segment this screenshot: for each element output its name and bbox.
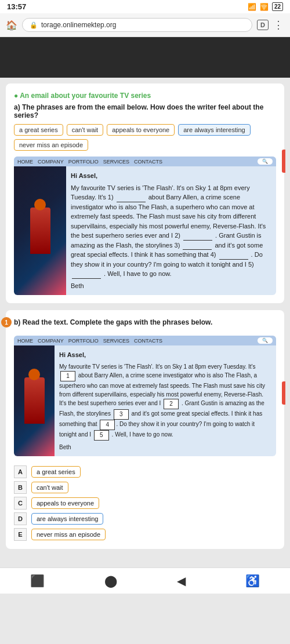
greeting-2: Hi Assel, [59,350,271,360]
sign-1: Beth [71,281,271,291]
answer-choices: A a great series B can't wait C appeals … [14,465,276,541]
url-text: torage.onlinemektep.org [41,21,116,29]
letter-a: A [14,465,27,478]
battery-indicator: 22 [272,2,283,11]
email-nav-bar: HOME COMPANY PORTFOLIO SERVICES CONTACTS… [14,157,276,166]
phrase-tag-5[interactable]: never miss an episode [14,139,88,151]
nav2-home: HOME [17,338,33,344]
choice-d: D are always interesting [14,512,276,525]
email-image-1 [14,166,66,295]
section2-left: HOME COMPANY PORTFOLIO SERVICES CONTACTS… [14,331,276,461]
home-icon[interactable]: 🏠 [6,20,17,31]
phrase-e[interactable]: never miss an episode [31,529,106,540]
choice-c: C appeals to everyone [14,497,276,510]
email-text-1: Hi Assel, My favourite TV series is 'The… [66,166,276,295]
nav2-contacts: CONTACTS [134,338,162,344]
nav-stop[interactable]: ⬛ [30,574,45,588]
bottom-nav: ⬛ ⬤ ◀ ♿ [0,567,290,594]
browser-bar: 🏠 🔒 torage.onlinemektep.org D ⋮ [0,13,290,37]
lock-icon: 🔒 [30,21,38,29]
phrase-tag-3[interactable]: appeals to everyone [107,124,175,136]
choice-a: A a great series [14,465,276,478]
email-body-1: Hi Assel, My favourite TV series is 'The… [14,166,276,295]
email-search[interactable]: 🔍 [258,158,273,165]
nav-home: HOME [17,159,33,165]
letter-b: B [14,481,27,494]
flash-figure [30,208,50,254]
blank-box-1[interactable]: 1 [60,371,75,381]
nav-company: COMPANY [38,159,64,165]
email-nav-2: HOME COMPANY PORTFOLIO SERVICES CONTACTS [17,338,162,344]
status-time: 13:57 [7,2,26,11]
main-content: ● An email about your favourite TV serie… [0,78,290,562]
phrase-b[interactable]: can't wait [31,482,68,493]
blank-box-2[interactable]: 2 [164,399,179,409]
section-label: ● An email about your favourite TV serie… [14,92,276,100]
phrase-tag-4[interactable]: are always interesting [178,124,250,136]
signal-icon: 📶 [248,3,256,11]
phrase-c[interactable]: appeals to everyone [31,497,99,509]
nav2-services: SERVICES [103,338,129,344]
question-b: b) Read the text. Complete the gaps with… [14,318,276,326]
phrase-d[interactable]: are always interesting [31,513,103,525]
nav2-portfolio: PORTFOLIO [68,338,99,344]
nav-services: SERVICES [103,159,129,165]
email-box-2: HOME COMPANY PORTFOLIO SERVICES CONTACTS… [14,336,276,456]
blank-box-5[interactable]: 5 [94,430,109,441]
nav-circle[interactable]: ⬤ [104,574,117,588]
blank-box-4[interactable]: 4 [100,420,115,430]
phrase-tags: a great series can't wait appeals to eve… [14,124,276,151]
phrase-tag-2[interactable]: can't wait [67,124,104,136]
blank-box-3[interactable]: 3 [114,409,129,420]
section2-layout: HOME COMPANY PORTFOLIO SERVICES CONTACTS… [14,331,276,461]
nav2-company: COMPANY [38,338,64,344]
nav-accessibility[interactable]: ♿ [245,574,260,588]
letter-c: C [14,497,27,510]
email-nav: HOME COMPANY PORTFOLIO SERVICES CONTACTS [17,159,162,165]
status-icons: 📶 🛜 22 [248,2,283,11]
letter-e: E [14,528,27,541]
tab-icon[interactable]: D [257,20,269,30]
email-content-1: My favourite TV series is 'The Flash'. I… [71,184,266,278]
greeting-1: Hi Assel, [71,171,271,181]
menu-icon[interactable]: ⋮ [273,19,284,31]
dark-section [0,37,290,78]
nav-portfolio: PORTFOLIO [68,159,99,165]
status-bar: 13:57 📶 🛜 22 [0,0,290,13]
letter-d: D [14,512,27,525]
wifi-icon: 🛜 [260,3,269,11]
email-text-2: Hi Assel, My favourite TV series is 'The… [55,345,276,456]
phrase-tag-1[interactable]: a great series [14,124,63,136]
section-number: 1 [1,317,12,328]
email-image-2 [14,345,55,456]
section1-card: ● An email about your favourite TV serie… [6,83,284,303]
email-search-2[interactable]: 🔍 [258,337,273,344]
choice-e: E never miss an episode [14,528,276,541]
email-body-2: Hi Assel, My favourite TV series is 'The… [14,345,276,456]
sign-2: Beth [59,443,271,452]
question-a: a) The phrases are from the email below.… [14,103,276,119]
email-box-1: HOME COMPANY PORTFOLIO SERVICES CONTACTS… [14,157,276,295]
email-content-2: My favourite TV series is 'The Flash'. I… [59,363,265,438]
flash-figure-2 [24,377,45,424]
section2-card: 1 b) Read the text. Complete the gaps wi… [6,310,284,549]
phrase-a[interactable]: a great series [31,466,81,478]
email-nav-bar-2: HOME COMPANY PORTFOLIO SERVICES CONTACTS… [14,336,276,345]
choice-b: B can't wait [14,481,276,494]
nav-contacts: CONTACTS [134,159,162,165]
nav-back[interactable]: ◀ [177,574,186,588]
url-bar[interactable]: 🔒 torage.onlinemektep.org [22,18,252,32]
